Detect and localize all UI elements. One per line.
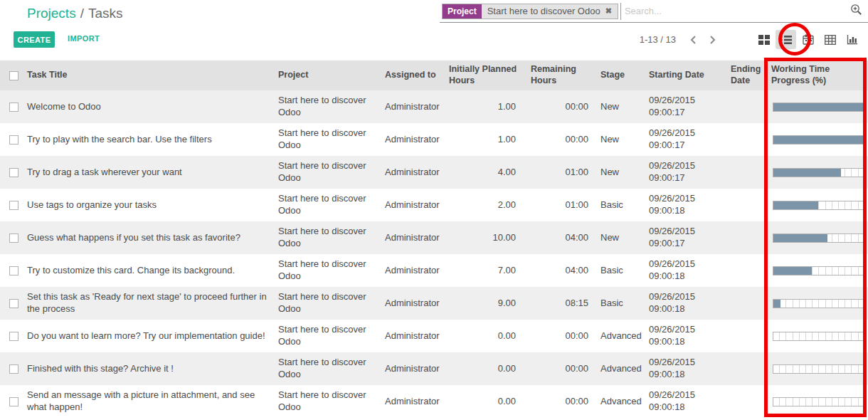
assigned-to-cell: Administrator	[381, 156, 445, 189]
row-checkbox[interactable]	[9, 266, 18, 275]
assigned-to-cell: Administrator	[381, 90, 445, 123]
starting-date-cell: 09/26/2015 09:00:17	[645, 123, 726, 156]
progress-cell	[767, 254, 868, 287]
row-checkbox-cell	[0, 287, 27, 320]
table-row[interactable]: Welcome to Odoo Start here to discover O…	[0, 90, 868, 123]
table-row[interactable]: Try to drag a task wherever your want St…	[0, 156, 868, 189]
create-button[interactable]: CREATE	[14, 31, 55, 48]
starting-date-cell: 09/26/2015 09:00:18	[645, 287, 726, 320]
assigned-to-cell: Administrator	[381, 221, 445, 254]
zoom-in-search-icon[interactable]	[850, 4, 862, 19]
row-checkbox-cell	[0, 189, 27, 221]
table-row[interactable]: Finished with this stage? Archive it ! S…	[0, 352, 868, 385]
column-header-starting-date[interactable]: Starting Date	[645, 61, 726, 90]
assigned-to-cell: Administrator	[381, 254, 445, 287]
table-row[interactable]: Try to customize this card. Change its b…	[0, 254, 868, 287]
progress-bar	[773, 168, 864, 177]
progress-bar-fill	[773, 267, 812, 275]
stage-cell: New	[596, 90, 645, 123]
planned-hours-cell: 10.00	[445, 221, 526, 254]
calendar-view-icon[interactable]	[798, 30, 818, 49]
list-view-icon[interactable]	[776, 30, 796, 49]
column-header-task-title[interactable]: Task Title	[27, 61, 274, 90]
import-button[interactable]: IMPORT	[68, 34, 100, 43]
remaining-hours-cell: 00:00	[526, 320, 596, 352]
pager-previous-button[interactable]	[689, 35, 699, 45]
row-checkbox[interactable]	[9, 103, 18, 112]
planned-hours-cell: 0.00	[445, 385, 526, 418]
column-header-initially-planned-hours[interactable]: Initially Planned Hours	[445, 61, 526, 90]
starting-date-cell: 09/26/2015 09:00:18	[645, 254, 726, 287]
row-checkbox[interactable]	[9, 168, 18, 177]
select-all-checkbox[interactable]	[9, 71, 18, 80]
breadcrumb-projects-link[interactable]: Projects	[27, 6, 76, 21]
table-row[interactable]: Try to play with the search bar. Use the…	[0, 123, 868, 156]
row-checkbox[interactable]	[9, 135, 18, 145]
tasks-table: Task Title Project Assigned to Initially…	[0, 61, 868, 418]
starting-date-cell: 09/26/2015 09:00:18	[645, 189, 726, 221]
table-row[interactable]: Send an message with a picture in attach…	[0, 385, 868, 418]
column-header-assigned-to[interactable]: Assigned to	[381, 61, 445, 90]
row-checkbox-cell	[0, 254, 27, 287]
stage-cell: Advanced	[596, 320, 645, 352]
row-checkbox[interactable]	[9, 397, 18, 406]
row-checkbox[interactable]	[9, 364, 18, 374]
graph-view-icon[interactable]	[842, 30, 862, 49]
facet-remove-icon[interactable]: ✖	[605, 6, 612, 16]
project-cell: Start here to discover Odoo	[274, 123, 381, 156]
task-title-cell: Guess what happens if you set this task …	[27, 221, 274, 254]
progress-bar-fill	[773, 169, 841, 177]
table-row[interactable]: Use tags to organize your tasks Start he…	[0, 189, 868, 221]
breadcrumb: Projects/Tasks	[27, 6, 123, 21]
pivot-view-icon[interactable]	[820, 30, 840, 49]
project-cell: Start here to discover Odoo	[274, 352, 381, 385]
project-cell: Start here to discover Odoo	[274, 254, 381, 287]
row-checkbox-cell	[0, 221, 27, 254]
facet-value-text: Start here to discover Odoo	[487, 6, 600, 16]
row-checkbox[interactable]	[9, 332, 18, 341]
table-row[interactable]: Guess what happens if you set this task …	[0, 221, 868, 254]
starting-date-cell: 09/26/2015 09:00:17	[645, 156, 726, 189]
column-header-working-time-progress[interactable]: Working Time Progress (%)	[767, 61, 868, 90]
row-checkbox[interactable]	[9, 201, 18, 210]
assigned-to-cell: Administrator	[381, 189, 445, 221]
row-checkbox-cell	[0, 90, 27, 123]
ending-date-cell	[726, 189, 767, 221]
row-checkbox-cell	[0, 123, 27, 156]
row-checkbox-cell	[0, 320, 27, 352]
planned-hours-cell: 2.00	[445, 189, 526, 221]
row-checkbox-cell	[0, 385, 27, 418]
ending-date-cell	[726, 254, 767, 287]
pager-range: 1-13 / 13	[640, 34, 676, 45]
progress-cell	[767, 287, 868, 320]
progress-bar	[773, 364, 864, 374]
row-checkbox[interactable]	[9, 299, 18, 308]
progress-bar	[773, 233, 864, 243]
progress-cell	[767, 90, 868, 123]
column-header-remaining-hours[interactable]: Remaining Hours	[526, 61, 596, 90]
row-checkbox[interactable]	[9, 233, 18, 243]
progress-cell	[767, 221, 868, 254]
facet-value: Start here to discover Odoo ✖	[482, 4, 618, 19]
progress-bar-fill	[773, 300, 780, 308]
column-header-project[interactable]: Project	[274, 61, 381, 90]
stage-cell: Advanced	[596, 385, 645, 418]
kanban-view-icon[interactable]	[753, 30, 774, 49]
table-header-row: Task Title Project Assigned to Initially…	[0, 61, 868, 90]
table-row[interactable]: Do you want to learn more? Try our imple…	[0, 320, 868, 352]
project-cell: Start here to discover Odoo	[274, 156, 381, 189]
search-input[interactable]	[620, 3, 850, 20]
planned-hours-cell: 0.00	[445, 352, 526, 385]
planned-hours-cell: 9.00	[445, 287, 526, 320]
project-cell: Start here to discover Odoo	[274, 287, 381, 320]
progress-bar	[773, 299, 864, 308]
pager-next-button[interactable]	[707, 35, 717, 45]
column-header-stage[interactable]: Stage	[596, 61, 645, 90]
stage-cell: Basic	[596, 189, 645, 221]
table-row[interactable]: Set this task as 'Ready for next stage' …	[0, 287, 868, 320]
progress-cell	[767, 156, 868, 189]
column-header-ending-date[interactable]: Ending Date	[726, 61, 767, 90]
assigned-to-cell: Administrator	[381, 287, 445, 320]
stage-cell: Basic	[596, 287, 645, 320]
ending-date-cell	[726, 90, 767, 123]
